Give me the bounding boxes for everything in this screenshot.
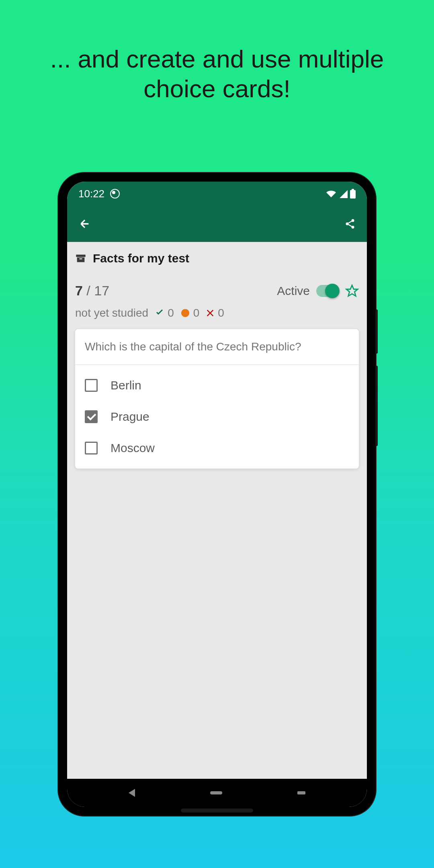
checkbox-icon[interactable] [85,379,98,392]
svg-rect-0 [350,190,356,199]
android-nav-bar [67,779,367,807]
svg-rect-6 [77,258,85,262]
check-icon [155,308,164,318]
notification-icon [110,189,120,199]
promo-headline: ... and create and use multiple choice c… [36,44,398,104]
option-row[interactable]: Berlin [75,370,359,401]
svg-point-4 [352,226,354,229]
card-options-list: Berlin Prague Moscow [75,365,359,469]
svg-point-3 [346,223,349,225]
active-toggle[interactable] [316,285,339,297]
content-area: Facts for my test 7 / 17 Active not yet … [67,242,367,469]
phone-bottom-notch [181,809,253,813]
svg-rect-1 [352,189,354,190]
phone-side-button [375,309,378,354]
status-time: 10:22 [78,188,104,200]
option-label: Berlin [111,379,141,392]
card-counter: 7 / 17 [75,283,109,299]
deck-title-bar: Facts for my test [67,242,367,275]
share-icon[interactable] [344,218,356,229]
app-bar [67,206,367,242]
wifi-icon [326,189,336,198]
svg-point-2 [352,219,354,222]
battery-icon [350,189,356,199]
checkbox-checked-icon[interactable] [85,410,98,423]
status-bar: 10:22 [67,182,367,206]
phone-screen: 10:22 F [67,182,367,807]
wrong-status: 0 [206,307,224,319]
deck-title: Facts for my test [93,252,189,265]
card-question: Which is the capital of the Czech Republ… [75,329,359,365]
partial-count: 0 [193,307,200,319]
phone-device-frame: 10:22 F [58,173,376,816]
partial-status: 0 [180,307,200,319]
signal-icon [339,189,348,198]
correct-count: 0 [168,307,174,319]
checkbox-icon[interactable] [85,442,98,454]
active-label: Active [277,284,310,298]
option-row[interactable]: Moscow [75,432,359,464]
active-controls: Active [277,284,359,298]
svg-rect-5 [76,255,85,257]
status-bar-right [326,189,356,199]
phone-side-button [375,366,378,446]
card-separator: / [83,283,94,298]
option-label: Prague [111,410,149,424]
option-label: Moscow [111,441,155,455]
flashcard: Which is the capital of the Czech Republ… [75,329,359,469]
study-status-label: not yet studied [75,307,148,319]
card-current-number: 7 [75,283,83,298]
nav-home-icon[interactable] [210,791,222,794]
svg-rect-7 [80,258,82,259]
archive-icon [75,253,86,264]
x-icon [206,309,215,317]
card-total-number: 17 [94,283,109,298]
option-row[interactable]: Prague [75,401,359,432]
pie-icon [180,308,190,318]
study-status-row: not yet studied 0 0 0 [67,303,367,329]
star-outline-icon[interactable] [345,284,359,298]
nav-back-icon[interactable] [129,789,135,797]
correct-status: 0 [155,307,174,319]
wrong-count: 0 [218,307,224,319]
nav-recent-icon[interactable] [297,791,305,794]
status-bar-left: 10:22 [78,188,120,200]
back-arrow-icon[interactable] [78,217,91,230]
stats-row: 7 / 17 Active [67,275,367,303]
